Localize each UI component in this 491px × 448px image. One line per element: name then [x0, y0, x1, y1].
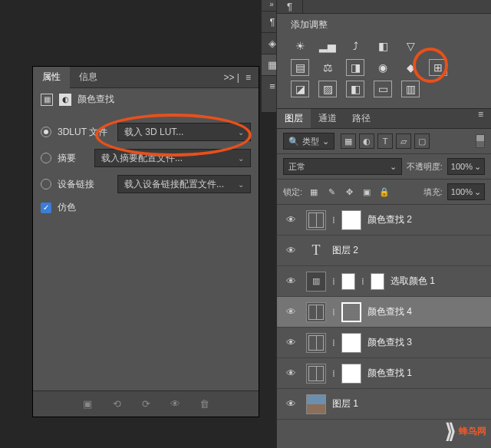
exposure-icon[interactable]: ◧: [374, 38, 392, 54]
visibility-icon[interactable]: 👁: [282, 367, 300, 379]
filter-type-icon[interactable]: T: [377, 133, 393, 149]
prev-state-icon[interactable]: ⟲: [109, 397, 124, 412]
collapse-panel[interactable]: >> |: [224, 72, 239, 83]
properties-title: 颜色查找: [77, 93, 114, 106]
select-abstract-value: 载入摘要配置文件...: [101, 152, 183, 165]
layer-row[interactable]: 👁 ⁞ 颜色查找 3: [277, 328, 491, 358]
selective-color-icon[interactable]: ▥: [401, 81, 420, 97]
threshold-icon[interactable]: ◧: [346, 81, 364, 97]
hue-sat-icon[interactable]: ▤: [291, 59, 309, 76]
label-abstract: 摘要: [58, 152, 88, 165]
lock-artboard-icon[interactable]: ▣: [360, 185, 374, 199]
select-3dlut[interactable]: 载入 3D LUT... ⌄: [117, 123, 251, 141]
visibility-icon[interactable]: 👁: [282, 214, 300, 226]
mask-icon: ◐: [59, 94, 71, 106]
layer-thumb: [306, 394, 326, 414]
link-icon: ⁞: [332, 307, 335, 318]
checkbox-dither[interactable]: ✓: [41, 203, 51, 213]
adjustment-thumb-icon: [306, 302, 326, 322]
photo-filter-icon[interactable]: ◉: [374, 59, 392, 76]
delete-adjustment-icon[interactable]: 🗑: [196, 397, 212, 412]
filter-type-dropdown[interactable]: 🔍 类型 ⌄: [283, 133, 334, 150]
bw-icon[interactable]: ◨: [346, 59, 364, 76]
toggle-visibility-icon[interactable]: 👁: [167, 397, 183, 412]
brightness-icon[interactable]: ☀: [291, 38, 309, 54]
layer-name: 选取颜色 1: [390, 275, 435, 288]
chevron-down-icon: ⌄: [474, 162, 481, 172]
fill-value[interactable]: 100% ⌄: [447, 183, 485, 200]
channel-mixer-icon[interactable]: ◆: [401, 59, 420, 76]
row-3dlut: 3DLUT 文件 载入 3D LUT... ⌄: [41, 123, 251, 141]
visibility-icon[interactable]: 👁: [282, 337, 300, 348]
levels-icon[interactable]: ▂▅: [318, 38, 337, 54]
gradient-map-icon[interactable]: ▭: [374, 81, 392, 97]
blend-row: 正常 ⌄ 不透明度: 100% ⌄: [277, 154, 491, 180]
posterize-icon[interactable]: ▨: [318, 81, 337, 97]
visibility-icon[interactable]: 👁: [282, 306, 300, 318]
panel-menu-icon[interactable]: ≡: [246, 72, 251, 83]
properties-panel: 属性 信息 >> | ≡ ▦ ◐ 颜色查找 3DLUT 文件 载入 3D LUT…: [32, 66, 259, 417]
properties-header: 属性 信息 >> | ≡: [33, 67, 259, 88]
radio-abstract[interactable]: [41, 153, 51, 163]
lock-label: 锁定:: [283, 186, 302, 198]
row-dither: ✓ 仿色: [41, 201, 251, 214]
color-balance-icon[interactable]: ⚖: [318, 59, 337, 76]
mask-thumb: [341, 364, 361, 384]
layer-row[interactable]: 👁 T 图层 2: [277, 236, 491, 266]
layer-row[interactable]: 👁 ▥ ⁞ ⁞ 选取颜色 1: [277, 266, 491, 297]
lock-position-icon[interactable]: ✥: [342, 185, 356, 199]
dock-top: ¶: [277, 0, 491, 14]
radio-devlink[interactable]: [41, 179, 51, 189]
filter-adjust-icon[interactable]: ◐: [359, 133, 374, 149]
mask-thumb: [341, 333, 361, 353]
label-dither: 仿色: [58, 201, 111, 214]
filter-pixel-icon[interactable]: ▦: [341, 133, 356, 149]
tab-info[interactable]: 信息: [70, 67, 107, 88]
radio-3dlut[interactable]: [41, 127, 51, 137]
tab-channels[interactable]: 通道: [311, 109, 344, 128]
layers-list: 👁 ⁞ 颜色查找 2 👁 T 图层 2 👁 ▥ ⁞ ⁞ 选取颜色 1 👁 ⁞: [277, 205, 491, 420]
layer-row[interactable]: 👁 ⁞ 颜色查找 4: [277, 297, 491, 328]
layers-menu-icon[interactable]: ≡: [470, 109, 491, 128]
color-lookup-icon[interactable]: ⊞: [429, 59, 447, 76]
visibility-icon[interactable]: 👁: [282, 245, 300, 256]
adjustments-section: 添加调整 ☀ ▂▅ ⤴ ◧ ▽ ▤ ⚖ ◨ ◉ ◆ ⊞ ◪ ▨ ◧ ▭ ▥: [277, 14, 491, 109]
tab-properties[interactable]: 属性: [33, 67, 70, 88]
layer-name: 颜色查找 2: [367, 213, 412, 226]
filter-switch[interactable]: [476, 134, 485, 148]
tab-paths[interactable]: 路径: [344, 109, 378, 128]
blend-mode-dropdown[interactable]: 正常 ⌄: [283, 158, 402, 175]
properties-title-row: ▦ ◐ 颜色查找: [33, 88, 259, 110]
layer-row[interactable]: 👁 图层 1: [277, 389, 491, 420]
lock-all-icon[interactable]: 🔒: [377, 185, 391, 199]
tab-layers[interactable]: 图层: [277, 109, 311, 128]
search-icon: 🔍: [288, 137, 299, 147]
link-icon: ⁞: [332, 368, 335, 379]
dock-tab-paragraph[interactable]: ¶: [277, 0, 303, 14]
lock-pixels-icon[interactable]: ✎: [325, 185, 338, 199]
reset-icon[interactable]: ⟳: [138, 397, 153, 412]
layer-row[interactable]: 👁 ⁞ 颜色查找 1: [277, 358, 491, 389]
mask-thumb: [341, 210, 361, 230]
curves-icon[interactable]: ⤴: [346, 38, 364, 54]
filter-smart-icon[interactable]: ▢: [414, 133, 430, 149]
mask-thumb: [371, 273, 384, 290]
invert-icon[interactable]: ◪: [291, 81, 309, 97]
visibility-icon[interactable]: 👁: [282, 398, 300, 410]
visibility-icon[interactable]: 👁: [282, 275, 300, 287]
link-icon: ⁞: [361, 276, 364, 287]
adjustment-thumb-icon: [306, 364, 326, 384]
lock-transparent-icon[interactable]: ▦: [307, 185, 321, 199]
vibrance-icon[interactable]: ▽: [401, 38, 420, 54]
layers-header: 图层 通道 路径 ≡: [277, 109, 491, 129]
filter-shape-icon[interactable]: ▱: [396, 133, 411, 149]
layer-row[interactable]: 👁 ⁞ 颜色查找 2: [277, 205, 491, 236]
wing-icon: ⟫: [445, 420, 456, 443]
adjustment-thumb-icon: [306, 333, 326, 353]
select-devlink[interactable]: 载入设备链接配置文件... ⌄: [117, 175, 251, 193]
opacity-value[interactable]: 100% ⌄: [447, 158, 485, 175]
blend-mode-value: 正常: [288, 161, 305, 173]
select-abstract[interactable]: 载入摘要配置文件... ⌄: [94, 149, 251, 167]
row-abstract: 摘要 载入摘要配置文件... ⌄: [41, 149, 251, 167]
clip-to-layer-icon[interactable]: ▣: [80, 397, 95, 412]
